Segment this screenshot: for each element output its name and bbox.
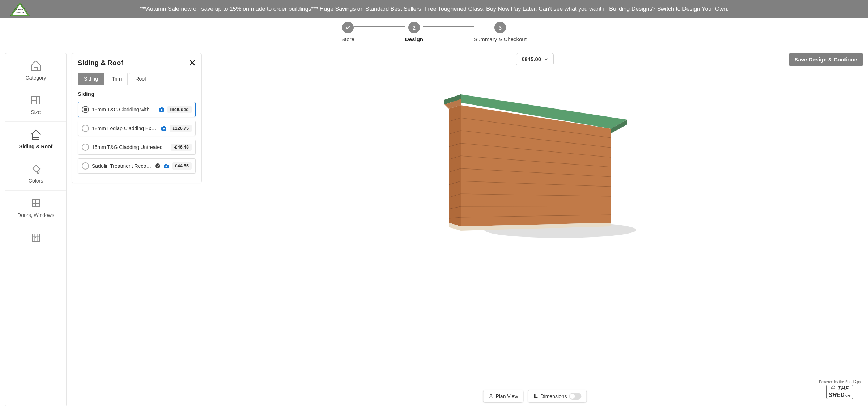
price-badge: -£46.48 bbox=[171, 144, 192, 151]
brand-logo: ALBANY SHEDS bbox=[7, 1, 33, 17]
category-nav-rail: Category Size Siding & Roof Colors Doors… bbox=[5, 53, 67, 406]
nav-doors-windows[interactable]: Doors, Windows bbox=[5, 191, 66, 225]
ruler-icon bbox=[533, 394, 538, 399]
price-badge: £44.55 bbox=[172, 162, 192, 170]
radio-icon bbox=[82, 106, 89, 113]
svg-point-8 bbox=[161, 109, 162, 111]
svg-rect-17 bbox=[165, 164, 167, 165]
svg-text:SHEDS: SHEDS bbox=[16, 11, 24, 13]
step-summary[interactable]: 3 Summary & Checkout bbox=[474, 22, 527, 42]
dimensions-toggle[interactable]: Dimensions bbox=[528, 390, 587, 403]
svg-point-44 bbox=[490, 394, 492, 396]
tab-siding[interactable]: Siding bbox=[78, 73, 104, 85]
nav-category[interactable]: Category bbox=[5, 53, 66, 87]
svg-text:?: ? bbox=[156, 164, 159, 168]
viewer-controls: Plan View Dimensions bbox=[483, 390, 587, 403]
camera-icon[interactable] bbox=[159, 107, 165, 112]
floorplan-icon bbox=[30, 94, 42, 106]
section-heading: Siding bbox=[78, 91, 196, 97]
svg-point-16 bbox=[165, 166, 167, 167]
panel-tabs: Siding Trim Roof bbox=[78, 73, 196, 85]
powered-by: Powered by the Shed App THE SHEDAPP bbox=[819, 380, 861, 399]
siding-option[interactable]: 15mm T&G Cladding with B… Included bbox=[78, 102, 196, 117]
chevron-down-icon bbox=[544, 57, 548, 61]
siding-option[interactable]: 18mm Loglap Cladding Exc … £126.75 bbox=[78, 121, 196, 136]
svg-marker-22 bbox=[449, 105, 461, 226]
close-icon[interactable]: ✕ bbox=[188, 58, 196, 68]
shed-3d-render bbox=[426, 78, 643, 241]
3d-viewer[interactable]: £845.00 Save Design & Continue bbox=[207, 53, 863, 406]
camera-icon[interactable] bbox=[161, 125, 167, 131]
person-icon bbox=[488, 394, 493, 399]
panel-title: Siding & Roof bbox=[78, 59, 196, 67]
barn-icon bbox=[30, 60, 42, 72]
radio-icon bbox=[82, 144, 89, 151]
nav-siding-roof[interactable]: Siding & Roof bbox=[5, 122, 66, 156]
nav-more[interactable] bbox=[5, 225, 66, 253]
info-icon[interactable]: ? bbox=[155, 163, 161, 169]
step-design[interactable]: 2 Design bbox=[405, 22, 423, 42]
price-dropdown[interactable]: £845.00 bbox=[516, 53, 554, 65]
save-continue-button[interactable]: Save Design & Continue bbox=[789, 53, 863, 66]
step-connector bbox=[354, 26, 405, 27]
svg-point-11 bbox=[163, 128, 165, 130]
tab-trim[interactable]: Trim bbox=[106, 73, 128, 85]
window-icon bbox=[30, 197, 42, 209]
svg-rect-46 bbox=[534, 394, 535, 398]
step-store[interactable]: Store bbox=[341, 22, 354, 42]
nav-colors[interactable]: Colors bbox=[5, 156, 66, 191]
options-panel: Siding & Roof ✕ Siding Trim Roof Siding … bbox=[72, 53, 202, 183]
toggle-switch[interactable] bbox=[569, 393, 582, 400]
roof-icon bbox=[30, 128, 42, 141]
progress-stepper: Store 2 Design 3 Summary & Checkout bbox=[0, 18, 868, 47]
check-icon bbox=[342, 22, 354, 33]
radio-icon bbox=[82, 162, 89, 170]
banner-text: ***Autumn Sale now on save up to 15% on … bbox=[36, 5, 832, 13]
step-connector bbox=[423, 26, 474, 27]
svg-text:ALBANY: ALBANY bbox=[16, 8, 25, 10]
price-badge: £126.75 bbox=[170, 125, 192, 132]
nav-size[interactable]: Size bbox=[5, 87, 66, 122]
siding-option[interactable]: 15mm T&G Cladding Untreated -£46.48 bbox=[78, 140, 196, 155]
price-badge: Included bbox=[167, 106, 192, 113]
svg-rect-9 bbox=[161, 107, 163, 108]
radio-icon bbox=[82, 125, 89, 132]
tab-roof[interactable]: Roof bbox=[129, 73, 152, 85]
promo-banner: ALBANY SHEDS ***Autumn Sale now on save … bbox=[0, 0, 868, 18]
svg-rect-12 bbox=[163, 126, 165, 127]
siding-option[interactable]: Sadolin Treatment Recom… ? £44.55 bbox=[78, 158, 196, 174]
shed-mini-icon bbox=[831, 385, 836, 389]
camera-icon[interactable] bbox=[163, 163, 169, 169]
plan-view-button[interactable]: Plan View bbox=[483, 390, 523, 403]
paint-bucket-icon bbox=[30, 163, 42, 175]
grid-icon bbox=[30, 231, 42, 244]
